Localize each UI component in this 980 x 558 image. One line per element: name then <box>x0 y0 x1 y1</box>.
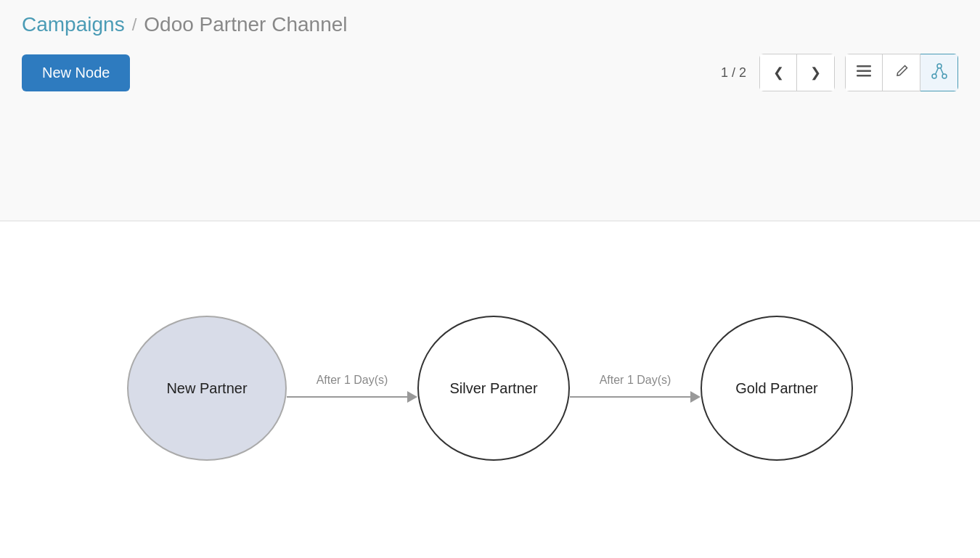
edit-icon <box>894 64 909 82</box>
arrow-1 <box>287 391 417 403</box>
page-info: 1 / 2 <box>721 65 746 81</box>
node-gold-partner[interactable]: Gold Partner <box>701 316 853 461</box>
breadcrumb-separator: / <box>132 15 137 35</box>
connector-2: After 1 Day(s) <box>570 374 701 403</box>
svg-point-3 <box>937 64 942 68</box>
svg-rect-2 <box>857 75 871 77</box>
connector-2-label: After 1 Day(s) <box>600 374 671 387</box>
diagram-icon <box>931 63 947 83</box>
list-view-button[interactable] <box>845 54 883 91</box>
arrow-head-1 <box>407 391 417 403</box>
prev-icon: ❮ <box>773 65 784 81</box>
node-new-partner[interactable]: New Partner <box>127 316 287 461</box>
breadcrumb: Campaigns / Odoo Partner Channel <box>22 13 958 36</box>
next-button[interactable]: ❯ <box>797 54 835 91</box>
next-icon: ❯ <box>810 65 821 81</box>
svg-point-5 <box>942 74 947 78</box>
svg-rect-0 <box>857 65 871 67</box>
arrow-line-2 <box>570 396 690 398</box>
diagram-area: New Partner After 1 Day(s) Silver Partne… <box>0 221 980 555</box>
diagram-container: New Partner After 1 Day(s) Silver Partne… <box>127 316 853 461</box>
arrow-line-1 <box>287 396 407 398</box>
page-header: Campaigns / Odoo Partner Channel New Nod… <box>0 0 980 221</box>
new-node-button[interactable]: New Node <box>22 54 130 91</box>
nav-button-group: ❮ ❯ <box>759 54 835 91</box>
breadcrumb-campaigns[interactable]: Campaigns <box>22 13 125 36</box>
list-icon <box>857 65 871 81</box>
node-silver-partner-label: Silver Partner <box>449 380 537 397</box>
svg-line-6 <box>935 67 938 74</box>
action-button-group <box>845 54 958 91</box>
arrow-2 <box>570 391 701 403</box>
node-new-partner-label: New Partner <box>166 380 247 397</box>
diagram-button[interactable] <box>920 54 958 91</box>
connector-1: After 1 Day(s) <box>287 374 417 403</box>
node-silver-partner[interactable]: Silver Partner <box>417 316 570 461</box>
svg-point-4 <box>932 74 936 78</box>
toolbar: New Node 1 / 2 ❮ ❯ <box>22 54 958 106</box>
svg-rect-1 <box>857 70 871 72</box>
breadcrumb-current: Odoo Partner Channel <box>144 13 347 36</box>
edit-button[interactable] <box>883 54 920 91</box>
connector-1-label: After 1 Day(s) <box>317 374 388 387</box>
arrow-head-2 <box>690 391 701 403</box>
node-gold-partner-label: Gold Partner <box>735 380 817 397</box>
prev-button[interactable]: ❮ <box>759 54 797 91</box>
svg-line-7 <box>940 67 943 74</box>
